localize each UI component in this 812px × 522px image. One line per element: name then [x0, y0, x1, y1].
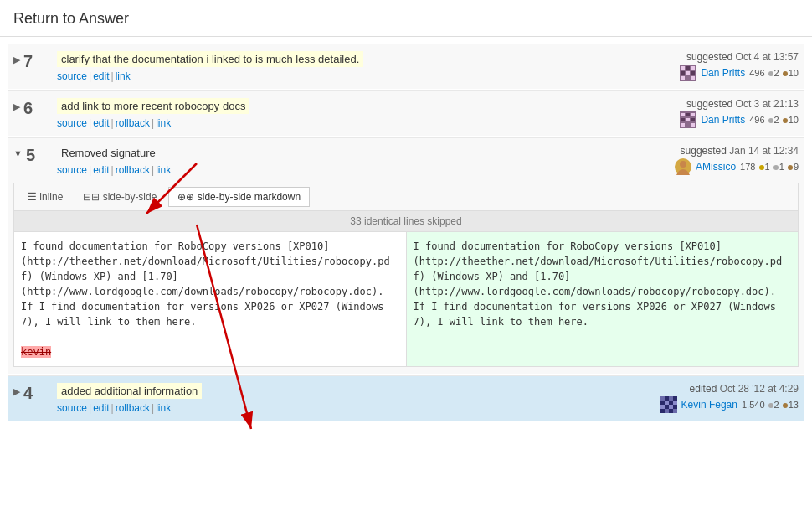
revision-summary-6: add link to more recent robocopy docs [57, 98, 249, 114]
link-link-7[interactable]: link [116, 70, 131, 82]
expand-button-7[interactable]: ▶ [13, 53, 20, 65]
svg-rect-4 [681, 71, 685, 75]
avatar-6 [680, 111, 696, 128]
svg-rect-11 [681, 113, 685, 116]
revision-content-5: Removed signature source|edit|rollback|l… [50, 145, 631, 176]
revision-item-4: ▶ 4 added additional information source|… [8, 375, 804, 421]
revision-number-5: 5 [26, 147, 35, 163]
svg-rect-32 [665, 405, 669, 409]
diff-section-5: ☰ inline ⊟⊟ side-by-side ⊕⊕ side-by-side… [13, 183, 799, 367]
diff-tab-sidebyside-markdown[interactable]: ⊕⊕ side-by-side markdown [168, 187, 310, 207]
revision-action-6: suggested Oct 3 at 21:13 [631, 98, 799, 110]
rollback-link-5[interactable]: rollback [116, 164, 150, 176]
diff-tab-sidebyside[interactable]: ⊟⊟ side-by-side [75, 188, 165, 206]
user-rep-6: 496 2 10 [749, 115, 799, 125]
revision-item-5-header: ▼ 5 Removed signature source|edit|rollba… [8, 138, 804, 183]
revision-links-7: source|edit|link [57, 70, 631, 82]
revision-item-7: ▶ 7 clarify that the documentation i lin… [8, 44, 804, 89]
avatar-svg-6 [680, 111, 696, 128]
page-header: Return to Answer [0, 0, 812, 37]
svg-rect-28 [665, 401, 669, 405]
revision-links-4: source|edit|rollback|link [57, 402, 631, 414]
svg-rect-26 [673, 396, 677, 401]
revision-number-col-7: ▶ 7 [13, 51, 50, 70]
svg-rect-29 [669, 401, 673, 405]
svg-rect-8 [686, 76, 690, 80]
svg-point-21 [680, 161, 686, 168]
revision-content-7: clarify that the documentation i linked … [50, 51, 631, 82]
link-link-4[interactable]: link [156, 402, 171, 414]
svg-rect-13 [691, 113, 695, 116]
silver-dot-6 [768, 118, 773, 123]
source-link-4[interactable]: source [57, 402, 87, 414]
diff-tab-inline[interactable]: ☰ inline [19, 188, 71, 206]
revision-meta-5: suggested Jan 14 at 12:34 AMissico 178 1… [631, 145, 799, 175]
username-7[interactable]: Dan Pritts [701, 67, 745, 79]
diff-left-text-5: I found documentation for RoboCopy versi… [21, 239, 399, 359]
svg-rect-17 [681, 123, 685, 127]
bronze-dot-4 [783, 403, 788, 408]
diff-tabs-5: ☰ inline ⊟⊟ side-by-side ⊕⊕ side-by-side… [14, 183, 798, 210]
bronze-dot-5 [788, 165, 793, 170]
svg-rect-30 [673, 401, 677, 405]
page-title: Return to Answer [13, 10, 799, 28]
svg-rect-6 [691, 71, 695, 75]
svg-rect-31 [660, 405, 665, 409]
expand-button-4[interactable]: ▶ [13, 385, 20, 397]
diff-right-col-5: I found documentation for RoboCopy versi… [407, 232, 799, 366]
edit-link-4[interactable]: edit [93, 402, 109, 414]
source-link-6[interactable]: source [57, 117, 87, 129]
svg-rect-24 [665, 396, 669, 401]
link-link-5[interactable]: link [156, 164, 171, 176]
deleted-text-5: kevin [21, 346, 51, 358]
revision-number-6: 6 [23, 100, 33, 116]
source-link-7[interactable]: source [57, 70, 87, 82]
svg-rect-23 [660, 396, 665, 401]
svg-rect-1 [681, 66, 685, 70]
svg-rect-2 [686, 66, 690, 70]
rollback-link-4[interactable]: rollback [116, 402, 150, 414]
revision-action-4: edited Oct 28 '12 at 4:29 [631, 383, 799, 395]
username-5[interactable]: AMissico [696, 161, 736, 173]
username-6[interactable]: Dan Pritts [701, 114, 745, 126]
revision-summary-4: added additional information [57, 383, 202, 399]
expand-button-6[interactable]: ▶ [13, 100, 20, 112]
edit-link-5[interactable]: edit [93, 164, 109, 176]
avatar-4 [660, 396, 677, 413]
diff-skip-line-5: 33 identical lines skipped [14, 210, 798, 232]
silver-dot-7 [768, 71, 773, 76]
svg-rect-15 [686, 118, 690, 121]
revision-content-6: add link to more recent robocopy docs so… [50, 98, 631, 129]
avatar-5 [675, 158, 691, 175]
revision-meta-4: edited Oct 28 '12 at 4:29 [631, 383, 799, 413]
svg-rect-33 [669, 405, 673, 409]
user-rep-7: 496 2 10 [749, 68, 799, 78]
svg-rect-14 [681, 118, 685, 121]
diff-content-5: I found documentation for RoboCopy versi… [14, 232, 798, 366]
user-info-6: Dan Pritts 496 2 10 [631, 111, 799, 128]
user-info-4: Kevin Fegan 1,540 2 13 [631, 396, 799, 413]
user-rep-4: 1,540 2 13 [742, 400, 799, 410]
svg-rect-9 [691, 76, 695, 80]
revision-links-6: source|edit|rollback|link [57, 117, 631, 129]
avatar-svg-7 [680, 65, 696, 81]
avatar-svg-4 [660, 396, 677, 413]
rollback-link-6[interactable]: rollback [116, 117, 150, 129]
revision-item-6: ▶ 6 add link to more recent robocopy doc… [8, 90, 804, 136]
diff-right-text-5: I found documentation for RoboCopy versi… [414, 239, 792, 329]
expand-button-5[interactable]: ▼ [13, 147, 23, 158]
revision-summary-7: clarify that the documentation i linked … [57, 51, 363, 67]
source-link-5[interactable]: source [57, 164, 87, 176]
username-4[interactable]: Kevin Fegan [681, 399, 737, 411]
edit-link-7[interactable]: edit [93, 70, 109, 82]
svg-rect-35 [660, 409, 665, 413]
revision-number-col-6: ▶ 6 [13, 98, 50, 116]
revision-action-5: suggested Jan 14 at 12:34 [631, 145, 799, 157]
user-rep-5: 178 1 1 9 [740, 162, 799, 172]
silver-dot-4 [768, 403, 773, 408]
revision-list: ▶ 7 clarify that the documentation i lin… [0, 44, 812, 421]
link-link-6[interactable]: link [156, 117, 171, 129]
user-info-7: Dan Pritts 496 2 10 [631, 65, 799, 81]
revision-number-col-4: ▶ 4 [13, 383, 50, 401]
edit-link-6[interactable]: edit [93, 117, 109, 129]
